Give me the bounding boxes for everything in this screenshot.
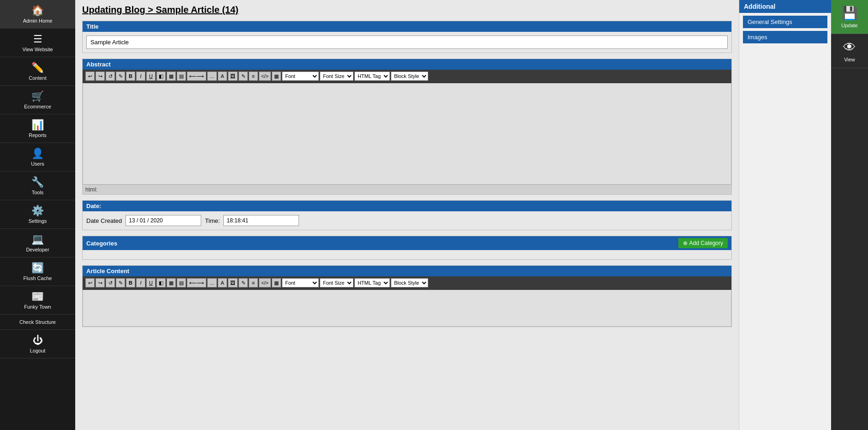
toolbar-btn-7[interactable]: ◧ [156,278,166,287]
toolbar-extra-btn-0[interactable]: ⟵⟶ [187,278,206,287]
toolbar-extra-btn-1[interactable]: … [207,72,217,81]
toolbar-btn-2[interactable]: ↺ [106,278,115,287]
toolbar-btn-4[interactable]: B [126,72,135,81]
date-created-label: Date Created [86,217,122,224]
block-style-select[interactable]: Block Style [391,72,428,81]
toolbar-extra-btn-7[interactable]: ▦ [272,72,281,81]
toolbar-btn-6[interactable]: U [146,278,156,287]
sidebar-item-check-structure[interactable]: Check Structure [0,315,75,330]
ecommerce-label: Ecommerce [24,104,51,109]
abstract-editor[interactable] [83,83,731,185]
date-section-header: Date: [83,201,731,211]
toolbar-btn-8[interactable]: ▦ [167,278,176,287]
sidebar-item-settings[interactable]: ⚙️Settings [0,200,75,229]
toolbar-btn-8[interactable]: ▦ [167,72,176,81]
title-input[interactable] [86,36,728,49]
date-input[interactable] [126,215,201,226]
content-icon: ✏️ [31,62,44,74]
toolbar-btn-0[interactable]: ↩ [85,72,95,81]
toolbar-btn-7[interactable]: ◧ [156,72,166,81]
tools-label: Tools [32,190,44,195]
sidebar-item-tools[interactable]: 🔧Tools [0,172,75,200]
toolbar-btn-0[interactable]: ↩ [85,278,95,287]
title-section-header: Title [83,21,731,32]
update-label: Update [841,23,857,28]
developer-label: Developer [26,247,49,252]
toolbar-btn-2[interactable]: ↺ [106,72,115,81]
toolbar-extra-btn-3[interactable]: 🖼 [228,72,238,81]
action-btn-view[interactable]: 👁View [831,34,868,68]
toolbar-extra-btn-4[interactable]: ✎ [239,278,248,287]
time-label: Time: [205,217,220,224]
abstract-section-header: Abstract [83,59,731,70]
sidebar-item-admin-home[interactable]: 🏠Admin Home [0,0,75,29]
categories-header-row: Categories ⊕ Add Category [83,236,731,250]
html-tag-select[interactable]: HTML Tag [354,72,390,81]
add-category-label: Add Category [689,240,723,246]
sidebar-item-users[interactable]: 👤Users [0,143,75,172]
toolbar-extra-btn-6[interactable]: </> [259,72,271,81]
article-content-toolbar: ↩↪↺✎BIU◧▦▤⟵⟶…A🖼✎≡</>▦FontFont SizeHTML T… [83,276,731,290]
toolbar-extra-btn-2[interactable]: A [218,72,227,81]
additional-btn-general-settings[interactable]: General Settings [743,16,827,28]
article-content-editor[interactable] [83,290,731,327]
toolbar-btn-6[interactable]: U [146,72,156,81]
settings-icon: ⚙️ [31,205,44,217]
toolbar-extra-btn-2[interactable]: A [218,278,227,287]
toolbar-btn-9[interactable]: ▤ [177,278,186,287]
tools-icon: 🔧 [31,176,44,188]
toolbar-btn-3[interactable]: ✎ [116,72,125,81]
font-size-select[interactable]: Font Size [320,278,353,287]
toolbar-extra-btn-6[interactable]: </> [259,278,271,287]
sidebar-item-funky-town[interactable]: 📰Funky Town [0,286,75,315]
ecommerce-icon: 🛒 [31,90,44,102]
article-content-section: Article Content ↩↪↺✎BIU◧▦▤⟵⟶…A🖼✎≡</>▦Fon… [82,265,732,327]
flush-cache-label: Flush Cache [24,275,52,281]
update-icon: 💾 [842,6,858,21]
toolbar-btn-4[interactable]: B [126,278,135,287]
sidebar-item-developer[interactable]: 💻Developer [0,229,75,257]
sidebar-item-reports[interactable]: 📊Reports [0,114,75,143]
view-icon: 👁 [843,40,856,55]
toolbar-extra-btn-5[interactable]: ≡ [249,72,258,81]
toolbar-btn-3[interactable]: ✎ [116,278,125,287]
font-select[interactable]: Font [282,72,319,81]
font-select[interactable]: Font [282,278,319,287]
toolbar-btn-5[interactable]: I [136,278,145,287]
additional-btn-images[interactable]: Images [743,31,827,43]
font-size-select[interactable]: Font Size [320,72,353,81]
sidebar-item-ecommerce[interactable]: 🛒Ecommerce [0,86,75,114]
admin-home-label: Admin Home [23,18,53,24]
block-style-select[interactable]: Block Style [391,278,428,287]
categories-header-label: Categories [86,240,117,247]
action-btn-update[interactable]: 💾Update [831,0,868,34]
additional-header: Additional [739,0,831,13]
add-category-button[interactable]: ⊕ Add Category [678,238,728,248]
time-input[interactable] [223,215,299,226]
reports-label: Reports [29,132,47,138]
settings-label: Settings [29,218,47,224]
abstract-toolbar: ↩↪↺✎BIU◧▦▤⟵⟶…A🖼✎≡</>▦FontFont SizeHTML T… [83,70,731,83]
toolbar-btn-9[interactable]: ▤ [177,72,186,81]
additional-panel: Additional General SettingsImages [739,0,831,430]
main-content: Updating Blog > Sample Article (14) Titl… [75,0,739,430]
sidebar-item-view-website[interactable]: ☰View Website [0,29,75,57]
toolbar-extra-btn-1[interactable]: … [207,278,217,287]
sidebar-item-content[interactable]: ✏️Content [0,57,75,86]
logout-label: Logout [30,348,46,353]
toolbar-btn-1[interactable]: ↪ [96,278,105,287]
abstract-section: Abstract ↩↪↺✎BIU◧▦▤⟵⟶…A🖼✎≡</>▦FontFont S… [82,59,732,195]
toolbar-extra-btn-3[interactable]: 🖼 [228,278,238,287]
developer-icon: 💻 [31,233,44,245]
toolbar-btn-5[interactable]: I [136,72,145,81]
toolbar-btn-1[interactable]: ↪ [96,72,105,81]
toolbar-extra-btn-0[interactable]: ⟵⟶ [187,72,206,81]
toolbar-extra-btn-4[interactable]: ✎ [239,72,248,81]
check-structure-label: Check Structure [19,319,56,325]
toolbar-extra-btn-7[interactable]: ▦ [272,278,281,287]
sidebar-item-logout[interactable]: ⏻Logout [0,330,75,358]
abstract-html-bar: html: [83,185,731,194]
html-tag-select[interactable]: HTML Tag [354,278,390,287]
sidebar-item-flush-cache[interactable]: 🔄Flush Cache [0,257,75,286]
toolbar-extra-btn-5[interactable]: ≡ [249,278,258,287]
